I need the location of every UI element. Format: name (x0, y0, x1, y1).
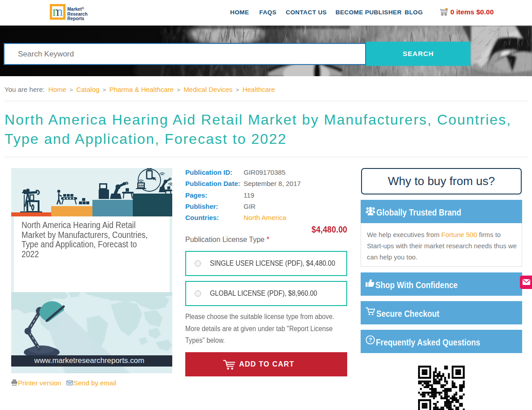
svg-text:www.marketresearchreports.com: www.marketresearchreports.com (34, 356, 144, 365)
svg-text:ERP: ERP (139, 184, 145, 187)
svg-text:?: ? (369, 337, 372, 343)
